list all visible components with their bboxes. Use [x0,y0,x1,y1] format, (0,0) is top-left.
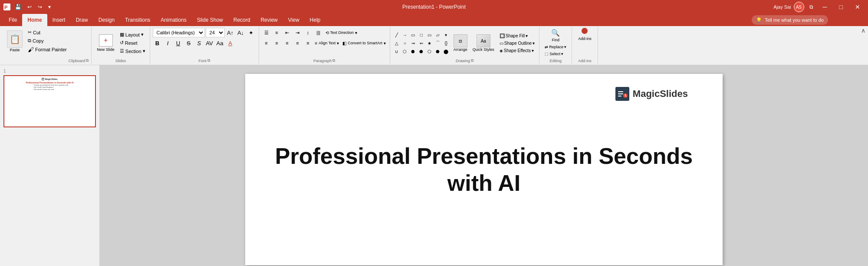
align-center-button[interactable]: ≡ [272,38,282,48]
shape-misc6-button[interactable]: ⬤ [442,47,450,55]
section-button[interactable]: ☰ Section ▾ [118,47,147,55]
replace-button[interactable]: ⇄ Replace ▾ [542,44,569,50]
ribbon-search[interactable]: 💡 Tell me what you want to do [752,15,828,25]
format-painter-button[interactable]: 🖌 Format Painter [26,45,69,54]
decrease-font-size-button[interactable]: A↓ [236,28,246,37]
editing-content: 🔍 Find ⇄ Replace ▾ ⬚ Select ▾ [542,28,569,58]
font-color-button[interactable]: A [226,38,235,48]
new-slide-button[interactable]: + New Slide [94,33,117,53]
select-button[interactable]: ⬚ Select ▾ [542,51,569,57]
shape-bracket-button[interactable]: {} [442,39,450,47]
tab-file[interactable]: File [3,14,22,26]
shape-more-button[interactable]: ▾ [442,31,450,39]
line-spacing-button[interactable]: ↕ [303,28,313,37]
shape-fill-icon: 🔲 [500,33,505,38]
copy-button[interactable]: ⧉ Copy [26,37,69,44]
text-shadow-button[interactable]: S [194,38,204,48]
tab-review[interactable]: Review [255,14,283,26]
numbering-button[interactable]: ≡ [272,28,282,37]
font-name-select[interactable]: Calibri (Headings) [153,28,205,37]
shape-rect2-button[interactable]: □ [418,31,425,39]
ribbon-collapse-button[interactable]: ∧ [861,27,865,34]
layout-chevron-icon: ▾ [141,32,144,37]
arrange-button[interactable]: ⧈ Arrange [452,33,469,53]
paragraph-expand-icon[interactable]: ⧉ [332,58,335,63]
tab-home[interactable]: Home [22,14,47,26]
shape-effects-button[interactable]: ◈ Shape Effects ▾ [498,47,536,54]
minimize-button[interactable]: ─ [819,2,832,12]
save-button[interactable]: 💾 [13,3,23,11]
maximize-button[interactable]: □ [835,2,847,12]
replace-label: Replace [549,45,563,49]
shape-misc5-button[interactable]: ⬣ [434,47,442,55]
cut-button[interactable]: ✂ Cut [26,29,69,36]
increase-font-size-button[interactable]: A↑ [226,28,235,37]
shape-curve-button[interactable]: ⌒ [434,39,442,47]
shape-rect4-button[interactable]: ▱ [434,31,442,39]
shape-misc3-button[interactable]: ⬟ [418,47,425,55]
paragraph-row2: ≡ ≡ ≡ ≡ ≡ ≡ Align Text ▾ ◧ Convert to Sm… [262,38,387,48]
restore-down-button[interactable]: ⧉ [808,3,815,11]
tab-insert[interactable]: Insert [47,14,71,26]
clear-format-button[interactable]: ✦ [247,28,256,37]
align-left-button[interactable]: ≡ [262,38,271,48]
drawing-expand-icon[interactable]: ⧉ [471,58,473,63]
shape-arrow-button[interactable]: → [401,31,409,39]
change-case-button[interactable]: Aa [215,38,225,48]
convert-smartart-label: Convert to SmartArt [348,41,382,45]
bullets-button[interactable]: ☰ [262,28,271,37]
justify-button[interactable]: ≡ [293,38,302,48]
strikethrough-button[interactable]: S [184,38,194,48]
font-expand-icon[interactable]: ⧉ [207,58,210,63]
tab-slideshow[interactable]: Slide Show [192,14,228,26]
layout-button[interactable]: ▦ Layout ▾ [118,31,147,38]
shape-circle-button[interactable]: ○ [401,39,409,47]
tab-draw[interactable]: Draw [71,14,93,26]
align-right-button[interactable]: ≡ [283,38,292,48]
shape-line-button[interactable]: ╱ [393,31,401,39]
slide-thumbnail[interactable]: 🔲 MagicSlides Professional Presentations… [3,75,96,127]
shape-misc2-button[interactable]: ⬢ [409,47,417,55]
tab-view[interactable]: View [283,14,305,26]
shape-arrow2-button[interactable]: ⇒ [409,39,417,47]
text-direction-button[interactable]: ⟲ Text Direction ▾ [324,30,359,36]
shape-curve2-button[interactable]: ∪ [393,47,401,55]
tab-animations[interactable]: Animations [155,14,191,26]
shape-rect3-button[interactable]: ▭ [426,31,434,39]
columns-button[interactable]: ||| [314,28,323,37]
shape-star-button[interactable]: ★ [426,39,434,47]
italic-button[interactable]: I [163,38,173,48]
clipboard-expand-icon[interactable]: ⧉ [86,58,89,63]
font-size-select[interactable]: 24 [206,28,225,37]
increase-indent-button[interactable]: ⇥ [293,28,302,37]
paste-button[interactable]: 📋 Paste [4,29,25,54]
decrease-indent-button[interactable]: ⇤ [283,28,292,37]
customize-qat-button[interactable]: ▾ [46,3,53,11]
addins-button[interactable]: Add-ins [575,36,595,42]
distribute-button[interactable]: ≡ [303,38,313,48]
shape-misc4-button[interactable]: ⬠ [426,47,434,55]
shape-rect-button[interactable]: ▭ [409,31,417,39]
redo-button[interactable]: ↪ [36,3,44,11]
shape-arrow3-button[interactable]: ⇐ [418,39,425,47]
underline-button[interactable]: U [174,38,183,48]
find-button[interactable]: 🔍 Find [542,28,569,43]
shape-misc1-button[interactable]: ⬡ [401,47,409,55]
convert-smartart-button[interactable]: ◧ Convert to SmartArt ▾ [341,40,387,46]
slide-main-title[interactable]: Professional Presentations in Seconds wi… [245,143,723,197]
reset-button[interactable]: ↺ Reset [118,39,147,47]
tab-design[interactable]: Design [93,14,120,26]
undo-button[interactable]: ↩ [26,3,33,11]
char-spacing-button[interactable]: AV [205,38,214,48]
tab-record[interactable]: Record [228,14,256,26]
slide-canvas[interactable]: MagicSlides Professional Presentations i… [245,74,723,265]
align-text-button[interactable]: ≡ Align Text ▾ [314,40,341,46]
shape-outline-button[interactable]: ▭ Shape Outline ▾ [498,40,536,47]
tab-help[interactable]: Help [305,14,326,26]
quick-styles-button[interactable]: Aa Quick Styles [471,33,496,53]
shape-fill-button[interactable]: 🔲 Shape Fill ▾ [498,33,536,39]
shape-triangle-button[interactable]: △ [393,39,401,47]
bold-button[interactable]: B [153,38,162,48]
tab-transitions[interactable]: Transitions [120,14,155,26]
close-button[interactable]: ✕ [851,2,865,12]
